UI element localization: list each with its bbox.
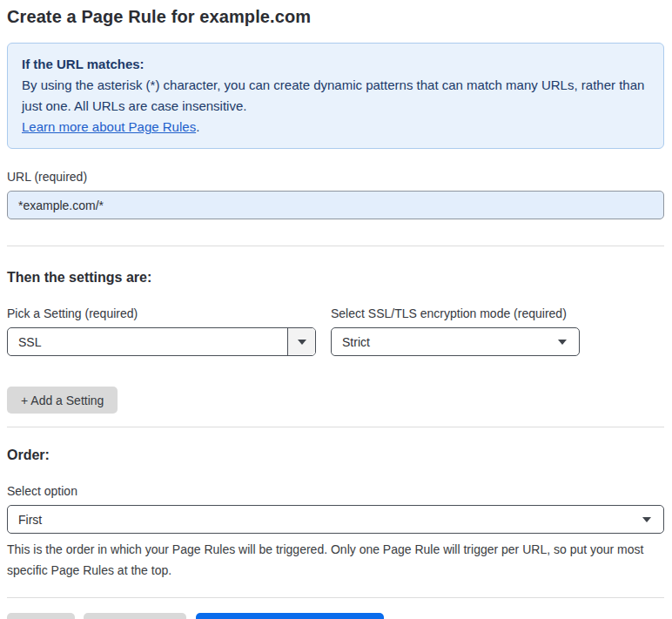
page-rule-form: Create a Page Rule for example.com If th… <box>0 0 672 619</box>
order-help-text: This is the order in which your Page Rul… <box>7 539 664 581</box>
order-section-heading: Order: <box>7 447 664 463</box>
setting-select[interactable]: SSL <box>7 327 316 356</box>
add-setting-button[interactable]: + Add a Setting <box>7 387 118 414</box>
url-label: URL (required) <box>7 170 664 184</box>
setting-select-value: SSL <box>8 335 287 349</box>
chevron-down-icon <box>298 340 306 345</box>
info-box-link-line: Learn more about Page Rules. <box>22 117 649 138</box>
learn-more-link[interactable]: Learn more about Page Rules <box>22 119 196 134</box>
save-as-draft-button[interactable]: Save as Draft <box>84 613 187 619</box>
info-box-text: By using the asterisk (*) character, you… <box>22 77 644 113</box>
chevron-down-icon <box>558 340 567 345</box>
cancel-button[interactable]: Cancel <box>7 613 75 619</box>
url-match-info-box: If the URL matches: By using the asteris… <box>7 43 664 149</box>
page-title: Create a Page Rule for example.com <box>7 7 664 27</box>
chevron-down-icon <box>642 517 651 522</box>
order-select-value: First <box>8 513 642 527</box>
setting-select-arrow-box[interactable] <box>287 328 315 355</box>
ssl-mode-label: Select SSL/TLS encryption mode (required… <box>331 306 580 320</box>
settings-selects-row: Pick a Setting (required) SSL Select SSL… <box>7 306 664 356</box>
mode-column: Select SSL/TLS encryption mode (required… <box>331 306 580 356</box>
info-box-heading: If the URL matches: <box>22 54 649 75</box>
settings-section-heading: Then the settings are: <box>7 270 664 286</box>
setting-column: Pick a Setting (required) SSL <box>7 306 316 356</box>
divider <box>7 246 664 246</box>
order-select-label: Select option <box>7 484 664 498</box>
form-actions: Cancel Save as Draft Save and Deploy Pag… <box>7 613 664 619</box>
ssl-mode-select-value: Strict <box>332 335 558 349</box>
save-and-deploy-button[interactable]: Save and Deploy Page Rule <box>196 613 384 619</box>
divider <box>7 597 664 598</box>
divider <box>7 427 664 427</box>
ssl-mode-select[interactable]: Strict <box>331 327 580 356</box>
info-box-body: By using the asterisk (*) character, you… <box>22 75 649 117</box>
pick-setting-label: Pick a Setting (required) <box>7 306 316 320</box>
order-select[interactable]: First <box>7 505 664 534</box>
url-input[interactable] <box>7 191 664 219</box>
link-period: . <box>196 119 199 134</box>
